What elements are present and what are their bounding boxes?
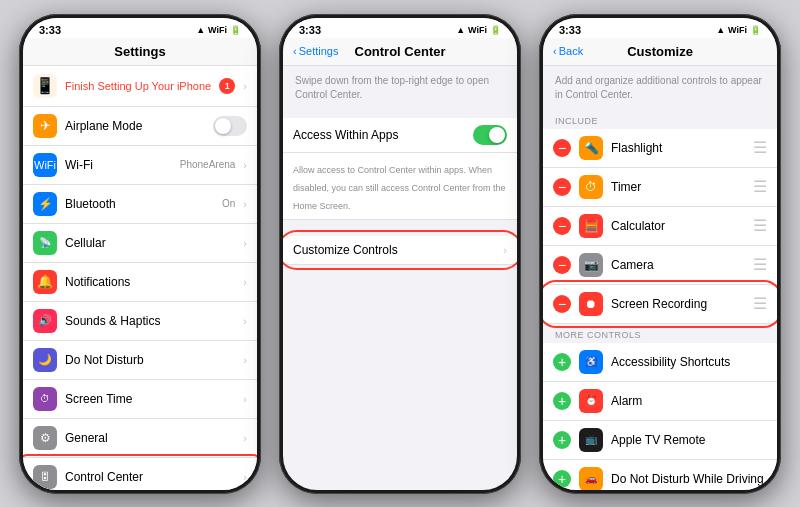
settings-airplane[interactable]: ✈ Airplane Mode — [23, 107, 257, 146]
status-icons-2: ▲WiFi🔋 — [456, 25, 501, 35]
airplane-label: Airplane Mode — [65, 119, 205, 133]
drag-handle-flashlight[interactable]: ☰ — [753, 138, 767, 157]
drag-handle-calculator[interactable]: ☰ — [753, 216, 767, 235]
screen-content-2: Swipe down from the top-right edge to op… — [283, 66, 517, 490]
remove-camera-btn[interactable]: − — [553, 256, 571, 274]
finish-banner[interactable]: 📱 Finish Setting Up Your iPhone 1 › — [23, 66, 257, 107]
dnd-driving-label: Do Not Disturb While Driving — [611, 472, 767, 486]
more-dnd-driving[interactable]: + 🚗 Do Not Disturb While Driving — [543, 460, 777, 490]
include-calculator[interactable]: − 🧮 Calculator ☰ — [543, 207, 777, 246]
more-alarm[interactable]: + ⏰ Alarm — [543, 382, 777, 421]
settings-screen-time[interactable]: ⏱ Screen Time › — [23, 380, 257, 419]
phone-3-customize: 3:33 ▲WiFi🔋 ‹ Back Customize Add and org… — [539, 14, 781, 494]
settings-bluetooth[interactable]: ⚡ Bluetooth On › — [23, 185, 257, 224]
include-screen-recording[interactable]: − ⏺ Screen Recording ☰ — [543, 285, 777, 324]
timer-icon: ⏱ — [579, 175, 603, 199]
drag-handle-camera[interactable]: ☰ — [753, 255, 767, 274]
add-accessibility-btn[interactable]: + — [553, 353, 571, 371]
nav-bar-3: ‹ Back Customize — [543, 38, 777, 66]
dnd-driving-icon: 🚗 — [579, 467, 603, 490]
screen-time-label: Screen Time — [65, 392, 235, 406]
cellular-icon: 📡 — [33, 231, 57, 255]
wifi-value: PhoneArena — [180, 159, 236, 170]
phone-1-settings: 3:33 ▲WiFi🔋 Settings 📱 Finish Setting Up… — [19, 14, 261, 494]
settings-control-center[interactable]: 🎛 Control Center › — [23, 458, 257, 490]
add-alarm-btn[interactable]: + — [553, 392, 571, 410]
nav-bar-2: ‹ Settings Control Center — [283, 38, 517, 66]
more-accessibility[interactable]: + ♿ Accessibility Shortcuts — [543, 343, 777, 382]
remove-timer-btn[interactable]: − — [553, 178, 571, 196]
more-section-title: MORE CONTROLS — [543, 324, 777, 343]
bluetooth-icon: ⚡ — [33, 192, 57, 216]
include-section-title: INCLUDE — [543, 110, 777, 129]
time-3: 3:33 — [559, 24, 581, 36]
wifi-icon: WiFi — [33, 153, 57, 177]
time-2: 3:33 — [299, 24, 321, 36]
status-bar-2: 3:33 ▲WiFi🔋 — [283, 18, 517, 38]
settings-cellular[interactable]: 📡 Cellular › — [23, 224, 257, 263]
notifications-label: Notifications — [65, 275, 235, 289]
customize-label: Customize Controls — [293, 243, 495, 257]
notification-badge: 1 — [219, 78, 235, 94]
sounds-label: Sounds & Haptics — [65, 314, 235, 328]
access-label: Access Within Apps — [293, 128, 465, 142]
control-center-label: Control Center — [65, 470, 235, 484]
apple-tv-label: Apple TV Remote — [611, 433, 767, 447]
dnd-icon: 🌙 — [33, 348, 57, 372]
nav-back-3[interactable]: ‹ Back — [553, 45, 583, 57]
cc-description: Swipe down from the top-right edge to op… — [283, 66, 517, 110]
include-flashlight[interactable]: − 🔦 Flashlight ☰ — [543, 129, 777, 168]
general-label: General — [65, 431, 235, 445]
finish-text: Finish Setting Up Your iPhone — [65, 80, 211, 92]
bluetooth-label: Bluetooth — [65, 197, 214, 211]
nav-title-3: Customize — [627, 44, 693, 59]
remove-calculator-btn[interactable]: − — [553, 217, 571, 235]
customize-controls[interactable]: Customize Controls › — [283, 236, 517, 265]
access-within-apps[interactable]: Access Within Apps — [283, 118, 517, 153]
screen-recording-icon: ⏺ — [579, 292, 603, 316]
flashlight-icon: 🔦 — [579, 136, 603, 160]
camera-label: Camera — [611, 258, 745, 272]
status-icons-3: ▲WiFi🔋 — [716, 25, 761, 35]
nav-title-1: Settings — [114, 44, 165, 59]
remove-flashlight-btn[interactable]: − — [553, 139, 571, 157]
status-icons-1: ▲WiFi🔋 — [196, 25, 241, 35]
wifi-label: Wi-Fi — [65, 158, 172, 172]
access-toggle[interactable] — [473, 125, 507, 145]
back-label-3: Back — [559, 45, 583, 57]
alarm-icon: ⏰ — [579, 389, 603, 413]
settings-dnd[interactable]: 🌙 Do Not Disturb › — [23, 341, 257, 380]
nav-bar-1: Settings — [23, 38, 257, 66]
customize-description: Add and organize additional controls to … — [543, 66, 777, 110]
settings-sounds[interactable]: 🔊 Sounds & Haptics › — [23, 302, 257, 341]
alarm-label: Alarm — [611, 394, 767, 408]
nav-back-2[interactable]: ‹ Settings — [293, 45, 338, 57]
include-camera[interactable]: − 📷 Camera ☰ — [543, 246, 777, 285]
accessibility-label: Accessibility Shortcuts — [611, 355, 767, 369]
general-icon: ⚙ — [33, 426, 57, 450]
include-timer[interactable]: − ⏱ Timer ☰ — [543, 168, 777, 207]
settings-wifi[interactable]: WiFi Wi-Fi PhoneArena › — [23, 146, 257, 185]
settings-general[interactable]: ⚙ General › — [23, 419, 257, 458]
remove-screen-recording-btn[interactable]: − — [553, 295, 571, 313]
add-dnd-driving-btn[interactable]: + — [553, 470, 571, 488]
settings-notifications[interactable]: 🔔 Notifications › — [23, 263, 257, 302]
more-apple-tv[interactable]: + 📺 Apple TV Remote — [543, 421, 777, 460]
screen-content-1: 📱 Finish Setting Up Your iPhone 1 › ✈ Ai… — [23, 66, 257, 490]
status-bar-3: 3:33 ▲WiFi🔋 — [543, 18, 777, 38]
calculator-label: Calculator — [611, 219, 745, 233]
back-label-2: Settings — [299, 45, 339, 57]
time-1: 3:33 — [39, 24, 61, 36]
calculator-icon: 🧮 — [579, 214, 603, 238]
add-apple-tv-btn[interactable]: + — [553, 431, 571, 449]
drag-handle-screen-recording[interactable]: ☰ — [753, 294, 767, 313]
screen-content-3: Add and organize additional controls to … — [543, 66, 777, 490]
notifications-icon: 🔔 — [33, 270, 57, 294]
screen-recording-label: Screen Recording — [611, 297, 745, 311]
screen-time-icon: ⏱ — [33, 387, 57, 411]
cellular-label: Cellular — [65, 236, 235, 250]
airplane-toggle[interactable] — [213, 116, 247, 136]
drag-handle-timer[interactable]: ☰ — [753, 177, 767, 196]
accessibility-icon: ♿ — [579, 350, 603, 374]
timer-label: Timer — [611, 180, 745, 194]
